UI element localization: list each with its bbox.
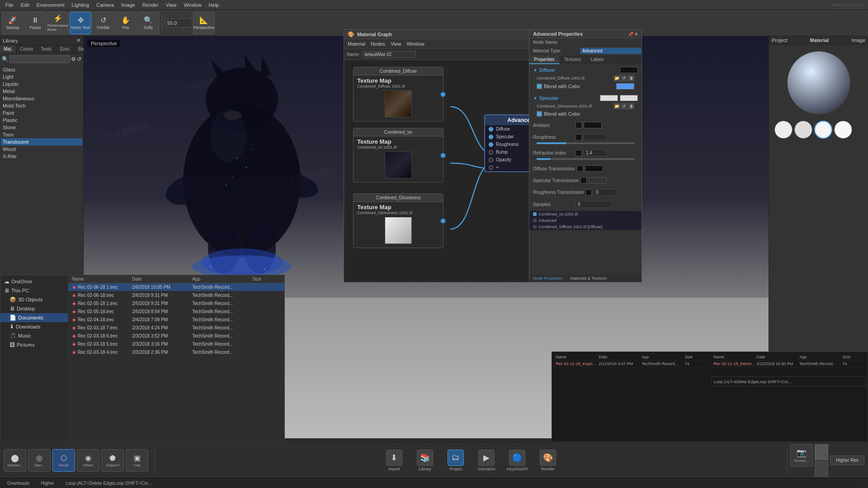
swatch-2[interactable] (814, 121, 832, 139)
search-input[interactable] (9, 55, 70, 63)
file-row-3[interactable]: ⏺Rec 02-05-18.trec 2/5/2018 8:54 PM Tech… (68, 308, 284, 316)
file-row-2[interactable]: ⏺Rec 02-05-18 1.trec 2/5/2018 9:31 PM Te… (68, 300, 284, 308)
library-icon-btn[interactable]: 📚 Library (411, 445, 439, 476)
tab-colors[interactable]: Colors (16, 45, 37, 53)
mat-moldtech[interactable]: Mold-Tech (1, 102, 82, 109)
diffuse-port-dot[interactable] (489, 127, 493, 131)
move-tool-button[interactable]: ✥ Move Tool (70, 12, 91, 34)
samples-value[interactable] (576, 201, 612, 208)
refractive-value[interactable] (584, 150, 606, 156)
specular-color-swatch2[interactable] (620, 95, 638, 101)
diffuse-texture-node[interactable]: Combined_Diffuse Texture Map Combined_Di… (353, 67, 443, 122)
import-icon-btn[interactable]: ⬇ Import (381, 445, 408, 476)
sculpt-tool-inflate[interactable]: ◉ Inflate (77, 449, 99, 472)
tab-labels[interactable]: Labels (586, 56, 609, 64)
specular-trans-map[interactable] (580, 177, 587, 183)
sculpt-tool-claysurf[interactable]: ⬟ Claysurf (101, 449, 124, 472)
render-icon-btn[interactable]: 🎨 Render (534, 445, 561, 476)
specular-trans-swatch[interactable] (589, 177, 607, 183)
tree-pictures[interactable]: 🖼 Pictures (0, 340, 68, 349)
glossiness-texture-node[interactable]: Combined_Glossiness Texture Map Combined… (353, 193, 443, 248)
pause-button[interactable]: ⏸ Pause (24, 12, 46, 34)
opacity-port-dot[interactable] (489, 158, 493, 162)
roughness-port-dot[interactable] (489, 142, 493, 147)
refractive-slider[interactable] (537, 158, 634, 160)
swatch-1[interactable] (794, 121, 812, 139)
tab-materials-textures[interactable]: Materials & Textures (566, 275, 610, 282)
roughness-slider[interactable] (537, 142, 634, 144)
figure-2[interactable] (815, 461, 828, 477)
ior-texture-node[interactable]: Combined_ior Texture Map Combined_ior.10… (353, 128, 443, 183)
menu-help[interactable]: Help (205, 2, 223, 8)
video-row-0[interactable]: Rec 02-12-18_Keying.trec 2/12/2018 9:47 … (554, 361, 708, 367)
glossiness-output-port[interactable] (440, 218, 446, 224)
file-row-5[interactable]: ⏺Rec 02-03-18 7.trec 2/3/2018 4:24 PM Te… (68, 324, 284, 332)
material-type-input[interactable] (580, 47, 642, 54)
mat-toon[interactable]: Toon (1, 131, 82, 138)
mat-xrite[interactable]: X-Rite (1, 153, 82, 160)
swatch-0[interactable] (774, 121, 793, 139)
dolly-button[interactable]: 🔍 Dolly (137, 12, 159, 34)
file-row-8[interactable]: ⏺Rec 02-03-18 4.trec 2/3/2018 2:36 PM Te… (68, 348, 284, 357)
ambient-color-swatch[interactable] (584, 122, 602, 128)
menu-window[interactable]: Window (180, 2, 205, 8)
file-row-1[interactable]: ⏺Rec 02-06-18.trec 2/6/2018 9:31 PM Tech… (68, 291, 284, 300)
specular-blend-checkbox[interactable]: ✓ (537, 111, 542, 117)
mat-translucent[interactable]: Translucent (1, 138, 82, 145)
file-row-4[interactable]: ⏺Rec 02-04-18.trec 2/4/2018 7:09 PM Tech… (68, 316, 284, 324)
library-close-icon[interactable]: ✕ (76, 38, 80, 43)
sculpt-tool-stan2[interactable]: ◎ Stan... (28, 449, 51, 472)
tab-textures[interactable]: Textures (560, 56, 586, 64)
menu-environment[interactable]: Environment (33, 2, 68, 8)
tab-node-properties[interactable]: Node Properties (529, 275, 566, 282)
mat-liquids[interactable]: Liquids (1, 80, 82, 88)
menu-camera[interactable]: Camera (93, 2, 118, 8)
file-row-6[interactable]: ⏺Rec 02-03-18 6.trec 2/3/2018 3:52 PM Te… (68, 332, 284, 340)
screenshot-btn[interactable]: 📷 Screen... (790, 444, 813, 467)
perspective-button[interactable]: 📐 Perspective (193, 12, 215, 34)
pan-button[interactable]: ✋ Pan (115, 12, 137, 34)
sculpt-tool-clay[interactable]: ▣ Clay (126, 449, 148, 472)
specular-tex-delete[interactable]: 🗑 (628, 103, 634, 109)
tree-desktop[interactable]: 🖥 Desktop (0, 304, 68, 313)
file-row-0[interactable]: ⏺Rec 02-06-18 1.trec 2/6/2018 10:05 PM T… (68, 283, 284, 291)
animation-icon-btn[interactable]: ▶ Animation (473, 445, 500, 476)
graph-menu-view[interactable]: View (391, 40, 401, 47)
mat-light[interactable]: Light (1, 73, 82, 80)
keyshotxr-icon-btn[interactable]: 🔵 KeyShotXR (504, 445, 531, 476)
tab-envi[interactable]: Envi. (57, 45, 74, 53)
diffuse-color-swatch[interactable] (620, 67, 638, 73)
menu-image[interactable]: Image (118, 2, 139, 8)
diffuse-output-port[interactable] (440, 92, 446, 97)
diffuse-section-header[interactable]: ▼ Diffuse (533, 66, 638, 74)
specular-port-dot[interactable] (489, 135, 493, 139)
menu-view[interactable]: View (162, 2, 180, 8)
sculpt-tool-morph[interactable]: ⬡ Morph (52, 449, 75, 472)
add-port-dot[interactable] (489, 165, 493, 170)
node-list-item-1[interactable]: Advanced (529, 217, 642, 224)
figure-1[interactable] (815, 444, 828, 460)
specular-section-header[interactable]: ▼ Specular (533, 94, 638, 102)
graph-menu-window[interactable]: Window (407, 40, 425, 47)
tree-3dobjects[interactable]: 📦 3D Objects (0, 295, 68, 304)
tree-thispc[interactable]: 🖥 This PC (0, 286, 68, 295)
sculpt-tool-standard[interactable]: ⬤ Standar... (4, 449, 26, 472)
specular-color-swatch[interactable] (600, 95, 618, 101)
ior-output-port[interactable] (440, 153, 446, 158)
menu-lighting[interactable]: Lighting (68, 2, 93, 8)
tab-properties[interactable]: Properties (529, 56, 560, 64)
graph-menu-nodes[interactable]: Nodes (371, 40, 385, 47)
diffuse-tex-browse[interactable]: 📁 (613, 75, 620, 81)
project-icon-btn[interactable]: 🗂 Project (442, 445, 469, 476)
mat-plastic[interactable]: Plastic (1, 117, 82, 124)
diffuse-blend-checkbox[interactable]: ✓ (537, 84, 542, 89)
filter-icon[interactable]: ⚙ (71, 56, 76, 62)
roughness-trans-map[interactable] (585, 189, 592, 196)
diffuse-trans-swatch[interactable] (585, 165, 603, 172)
roughness-value[interactable] (584, 134, 606, 141)
graph-menu-material[interactable]: Material (348, 40, 365, 47)
higher-res-button[interactable]: Higher Res (830, 455, 864, 465)
node-list-item-0[interactable]: Combined_ior.1001.tif (529, 211, 642, 217)
specular-tex-reload[interactable]: ↺ (621, 103, 627, 109)
diffuse-tex-reload[interactable]: ↺ (621, 75, 627, 81)
